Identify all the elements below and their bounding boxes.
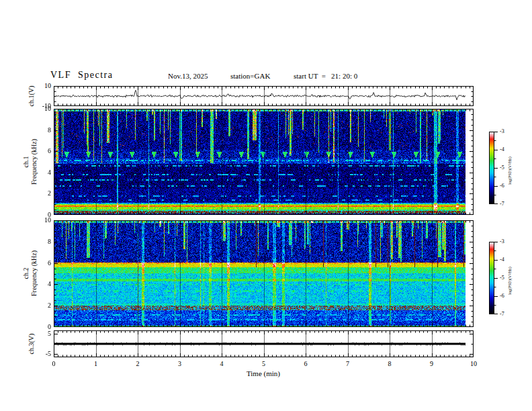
- x-tick-label: 2: [128, 360, 148, 367]
- colorbar2-tick-label: -7: [500, 311, 504, 317]
- vlf-spectra-figure: VLF Spectra Nov.13, 2025 station=GAK sta…: [0, 0, 532, 411]
- x-tick-label: 9: [422, 360, 442, 367]
- colorbar2-tick-label: -6: [500, 293, 504, 299]
- ch2-spec-channel-label: ch.2: [22, 268, 30, 279]
- colorbar1-tick-label: -7: [500, 201, 504, 207]
- x-tick-label: 6: [296, 360, 316, 367]
- panel2-y-tick-label: 2: [31, 189, 51, 197]
- ch3-waveform-canvas: [54, 330, 474, 357]
- ch1-spec-freq-label: Frequency (kHz): [30, 139, 38, 185]
- colorbar1-tick-label: -3: [500, 128, 504, 134]
- colorbar1-tick-label: -6: [500, 183, 504, 189]
- x-tick-label: 5: [254, 360, 274, 367]
- x-tick-label: 10: [463, 360, 484, 367]
- x-tick-label: 4: [212, 360, 232, 367]
- figure-title: VLF Spectra: [50, 70, 113, 81]
- colorbar1-label: log(PSD)(V²/Hz): [508, 156, 512, 184]
- panel2-y-tick-label: 4: [31, 169, 51, 176]
- ch2-spec-freq-label: Frequency (kHz): [30, 250, 38, 296]
- x-tick-label: 3: [170, 360, 190, 367]
- colorbar1-tick-label: -4: [500, 146, 504, 152]
- colorbar2-label: log(PSD)(V²/Hz): [508, 267, 512, 294]
- ch1-waveform-canvas: [54, 86, 474, 106]
- panel2-y-tick-label: 8: [31, 126, 51, 134]
- panel3-y-tick-label: 8: [31, 238, 51, 245]
- start-ut-label: start UT = 21: 20: 0: [294, 72, 357, 80]
- panel3-y-tick-label: 10: [31, 216, 51, 224]
- ch1-spec-channel-label: ch.1: [22, 156, 30, 168]
- colorbar2-tick-label: -3: [500, 238, 504, 244]
- colorbar2-tick-label: -5: [500, 275, 504, 281]
- ch2-spectrogram-canvas: [54, 220, 474, 327]
- panel1-y-tick-label: 10: [31, 82, 51, 89]
- x-tick-label: 7: [338, 360, 358, 367]
- x-tick-label: 0: [44, 360, 64, 367]
- figure-date: Nov.13, 2025: [168, 72, 208, 80]
- panel4-y-tick-label: -5: [31, 350, 51, 357]
- colorbar1-tick-label: -5: [500, 165, 504, 171]
- colorbar-ch2-canvas: [489, 242, 498, 314]
- station-label: station=GAK: [230, 72, 270, 80]
- panel3-y-tick-label: 6: [31, 259, 51, 267]
- panel2-y-tick-label: 6: [31, 147, 51, 154]
- x-tick-label: 8: [380, 360, 400, 367]
- colorbar2-tick-label: -4: [500, 257, 504, 263]
- panel3-y-tick-label: 4: [31, 280, 51, 287]
- x-axis-title: Time (min): [230, 369, 297, 377]
- colorbar-ch1-canvas: [489, 132, 498, 204]
- ch1-spectrogram-canvas: [54, 109, 474, 215]
- panel4-y-tick-label: 5: [31, 330, 51, 337]
- x-tick-label: 1: [86, 360, 106, 367]
- panel3-y-tick-label: 2: [31, 302, 51, 309]
- panel2-y-tick-label: 10: [31, 105, 51, 112]
